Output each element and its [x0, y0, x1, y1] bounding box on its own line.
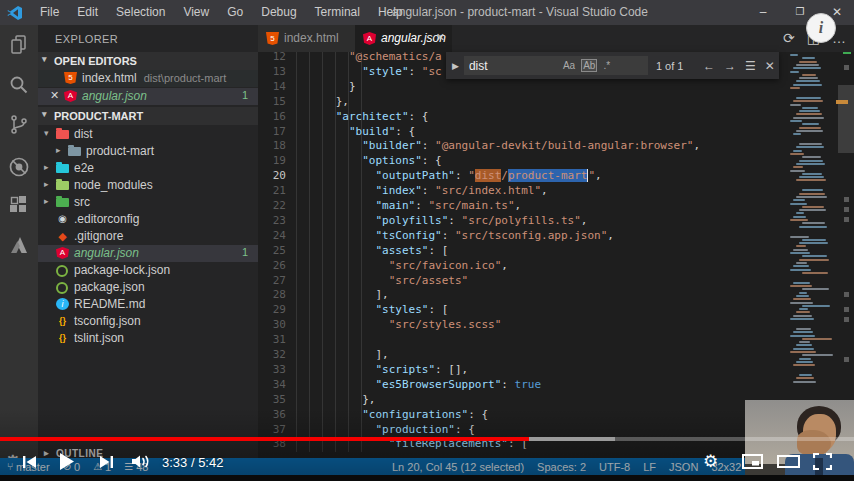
- line-number[interactable]: 12: [258, 52, 286, 64]
- tree-item--gitignore[interactable]: ◆.gitignore: [38, 228, 258, 245]
- line-number[interactable]: 14: [258, 79, 286, 94]
- close-editor-icon[interactable]: ✕: [50, 89, 59, 102]
- line-number[interactable]: 24: [258, 228, 286, 243]
- menu-file[interactable]: File: [31, 5, 68, 19]
- tree-item-package-lock-json[interactable]: package-lock.json: [38, 262, 258, 279]
- line-number[interactable]: 25: [258, 243, 286, 258]
- editor-scrollbar-thumb[interactable]: [838, 85, 854, 153]
- code-line[interactable]: "@schematics/a: [296, 52, 442, 64]
- find-expand-icon[interactable]: ▶: [452, 61, 459, 71]
- code-line[interactable]: "tsConfig": "src/tsconfig.app.json",: [296, 228, 614, 243]
- code-line[interactable]: "options": {: [296, 153, 442, 168]
- code-content[interactable]: 12 "@schematics/a13 "style": "sc14 }15 }…: [258, 52, 854, 458]
- line-number[interactable]: 21: [258, 183, 286, 198]
- line-number[interactable]: 35: [258, 392, 286, 407]
- code-line[interactable]: "architect": {: [296, 109, 428, 124]
- menu-selection[interactable]: Selection: [107, 5, 174, 19]
- regex-icon[interactable]: .*: [603, 60, 610, 71]
- play-button[interactable]: [59, 453, 74, 470]
- code-line[interactable]: "scripts": [],: [296, 362, 468, 377]
- minimap[interactable]: [786, 52, 836, 412]
- find-in-selection-icon[interactable]: ☰: [745, 59, 756, 73]
- open-editor-item[interactable]: ✕Aangular.json1: [38, 88, 258, 105]
- line-number[interactable]: 16: [258, 109, 286, 124]
- line-number[interactable]: 29: [258, 302, 286, 317]
- line-number[interactable]: 22: [258, 198, 286, 213]
- menu-view[interactable]: View: [174, 5, 218, 19]
- code-line[interactable]: ],: [296, 287, 389, 302]
- code-line[interactable]: "index": "src/index.html",: [296, 183, 548, 198]
- previous-video-button[interactable]: [22, 455, 37, 469]
- code-line[interactable]: "production": {: [296, 422, 475, 437]
- code-line[interactable]: "outputPath": "dist/product-mart",: [296, 168, 602, 183]
- line-number[interactable]: 34: [258, 377, 286, 392]
- code-line[interactable]: }: [296, 79, 356, 94]
- code-line[interactable]: },: [296, 94, 349, 109]
- tree-item--editorconfig[interactable]: ◉.editorconfig: [38, 211, 258, 228]
- code-line[interactable]: "main": "src/main.ts",: [296, 198, 521, 213]
- code-line[interactable]: "polyfills": "src/polyfills.ts",: [296, 213, 587, 228]
- menu-edit[interactable]: Edit: [68, 5, 107, 19]
- match-case-icon[interactable]: Aa: [563, 60, 575, 71]
- search-icon[interactable]: [7, 73, 31, 97]
- extensions-icon[interactable]: [7, 193, 31, 217]
- line-number[interactable]: 13: [258, 64, 286, 79]
- code-line[interactable]: "style": "sc: [296, 64, 442, 79]
- line-number[interactable]: 20: [258, 168, 286, 183]
- video-info-button[interactable]: i: [806, 13, 836, 43]
- tree-item-package-json[interactable]: package.json: [38, 279, 258, 296]
- menu-debug[interactable]: Debug: [252, 5, 305, 19]
- line-number[interactable]: 26: [258, 258, 286, 273]
- line-number[interactable]: 18: [258, 138, 286, 153]
- open-editor-item[interactable]: 5index.htmldist\product-mart: [38, 70, 258, 87]
- tree-item-product-mart[interactable]: ▸product-mart: [38, 143, 258, 160]
- next-match-icon[interactable]: →: [724, 59, 736, 73]
- line-number[interactable]: 36: [258, 407, 286, 422]
- code-line[interactable]: },: [296, 392, 375, 407]
- miniplayer-button[interactable]: [742, 454, 763, 469]
- explorer-icon[interactable]: [7, 33, 31, 57]
- menu-go[interactable]: Go: [218, 5, 252, 19]
- minimize-button[interactable]: –: [748, 0, 778, 24]
- code-line[interactable]: ],: [296, 347, 389, 362]
- line-number[interactable]: 32: [258, 347, 286, 362]
- volume-icon[interactable]: [131, 454, 152, 469]
- video-progress-bar[interactable]: [0, 437, 854, 441]
- code-line[interactable]: "es5BrowserSupport": true: [296, 377, 541, 392]
- theater-mode-button[interactable]: [777, 455, 800, 468]
- line-number[interactable]: 31: [258, 332, 286, 347]
- close-find-icon[interactable]: ✕: [765, 59, 775, 73]
- line-number[interactable]: 30: [258, 317, 286, 332]
- line-number[interactable]: 27: [258, 273, 286, 288]
- tree-item-tsconfig-json[interactable]: {}tsconfig.json: [38, 313, 258, 330]
- tree-item-node-modules[interactable]: ▸node_modules: [38, 177, 258, 194]
- find-input[interactable]: [464, 58, 563, 74]
- tree-item-angular-json[interactable]: Aangular.json1: [38, 245, 258, 262]
- tab-index-html[interactable]: 5index.html: [258, 25, 355, 52]
- line-number[interactable]: 37: [258, 422, 286, 437]
- sync-editor-icon[interactable]: ⟳: [783, 30, 795, 46]
- open-editors-header[interactable]: ▾ OPEN EDITORS: [38, 52, 258, 70]
- code-line[interactable]: "src/assets": [296, 273, 468, 288]
- code-line[interactable]: "builder": "@angular-devkit/build-angula…: [296, 138, 700, 153]
- code-line[interactable]: "src/styles.scss": [296, 317, 501, 332]
- tree-item-dist[interactable]: ▾dist: [38, 126, 258, 143]
- close-tab-icon[interactable]: ✕: [436, 31, 445, 44]
- line-number[interactable]: 23: [258, 213, 286, 228]
- code-line[interactable]: "src/favicon.ico",: [296, 258, 508, 273]
- tree-item-tslint-json[interactable]: {}tslint.json: [38, 330, 258, 347]
- project-header[interactable]: ▾ PRODUCT-MART: [38, 107, 258, 125]
- player-settings-gear-icon[interactable]: ⚙: [703, 451, 718, 472]
- debug-icon[interactable]: [7, 155, 31, 179]
- fullscreen-button[interactable]: [813, 453, 832, 470]
- find-input-box[interactable]: Aa Ab .*: [464, 56, 648, 75]
- tree-item-src[interactable]: ▸src: [38, 194, 258, 211]
- tree-item-README-md[interactable]: iREADME.md: [38, 296, 258, 313]
- line-number[interactable]: 15: [258, 94, 286, 109]
- line-number[interactable]: 17: [258, 124, 286, 139]
- next-video-button[interactable]: [99, 455, 114, 469]
- code-editor[interactable]: 12 "@schematics/a13 "style": "sc14 }15 }…: [258, 52, 854, 458]
- source-control-icon[interactable]: [7, 113, 31, 137]
- azure-icon[interactable]: [7, 233, 31, 257]
- code-line[interactable]: "assets": [: [296, 243, 448, 258]
